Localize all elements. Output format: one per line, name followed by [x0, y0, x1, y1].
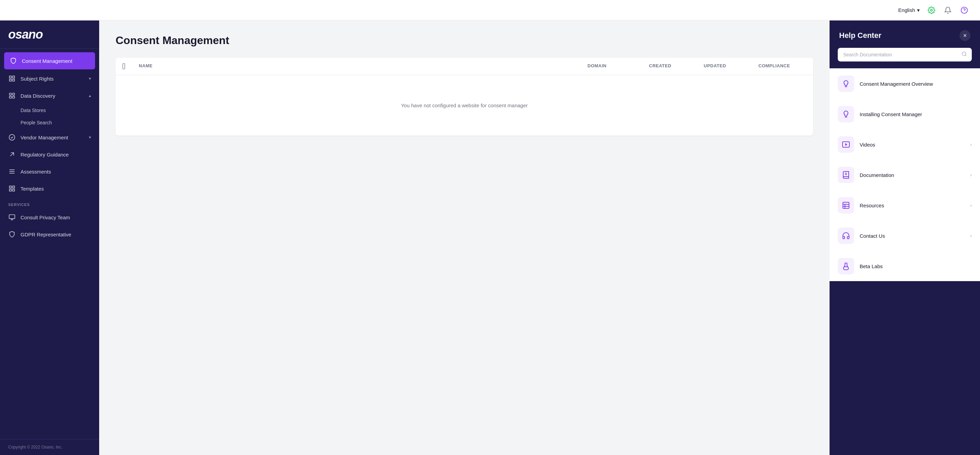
- svg-point-26: [846, 111, 848, 112]
- svg-rect-10: [13, 96, 15, 98]
- subject-rights-icon: [8, 75, 16, 82]
- sidebar-item-label: Data Discovery: [21, 93, 84, 99]
- svg-rect-5: [10, 79, 12, 81]
- regulatory-guidance-icon: [8, 151, 16, 158]
- column-name: Name: [132, 58, 581, 75]
- help-search-container: [838, 48, 972, 62]
- beaker-icon: [838, 258, 854, 274]
- column-created: Created: [642, 58, 697, 75]
- svg-point-23: [962, 52, 966, 55]
- select-all-checkbox[interactable]: [116, 58, 132, 75]
- svg-rect-31: [843, 202, 849, 208]
- vendor-management-icon: [8, 133, 16, 141]
- sidebar-footer: Copyright © 2022 Osano, Inc.: [0, 439, 99, 455]
- main-content: Consent Management Name Domain Created U…: [99, 21, 830, 455]
- sidebar-item-regulatory-guidance[interactable]: Regulatory Guidance: [0, 146, 99, 163]
- help-item-label: Contact Us: [860, 233, 965, 239]
- templates-icon: [8, 185, 16, 192]
- gdpr-rep-icon: [8, 231, 16, 238]
- sidebar-item-gdpr-rep[interactable]: GDPR Representative: [0, 226, 99, 243]
- svg-line-12: [10, 153, 14, 156]
- column-updated: Updated: [697, 58, 752, 75]
- table-empty-message: You have not configured a website for co…: [116, 75, 813, 136]
- svg-rect-20: [9, 215, 15, 219]
- consent-table: Name Domain Created Updated Compliance Y…: [116, 58, 813, 136]
- svg-rect-4: [13, 76, 15, 78]
- help-items-list: Consent Management Overview Installing C…: [830, 68, 980, 455]
- lightbulb-icon: [838, 106, 854, 122]
- help-icon[interactable]: [959, 5, 969, 15]
- help-item-contact-us[interactable]: Contact Us ›: [830, 220, 980, 251]
- assessments-icon: [8, 168, 16, 175]
- sidebar-item-label: Templates: [21, 186, 91, 192]
- chevron-right-icon: ›: [970, 172, 972, 178]
- lightbulb-icon: [838, 76, 854, 92]
- svg-rect-7: [10, 93, 12, 95]
- sidebar-item-consult-privacy[interactable]: Consult Privacy Team: [0, 209, 99, 226]
- svg-point-0: [931, 9, 932, 11]
- help-item-label: Installing Consent Manager: [860, 111, 972, 117]
- help-item-beta-labs[interactable]: Beta Labs: [830, 251, 980, 281]
- svg-rect-8: [13, 93, 15, 95]
- language-selector[interactable]: English ▾: [898, 7, 920, 13]
- resources-icon: [838, 197, 854, 214]
- sidebar-item-consent-management[interactable]: Consent Management: [4, 52, 95, 69]
- sidebar-logo: osano: [0, 21, 99, 49]
- svg-marker-28: [845, 143, 847, 146]
- sidebar-item-vendor-management[interactable]: Vendor Management ▾: [0, 129, 99, 146]
- consent-management-icon: [10, 57, 17, 65]
- sidebar-item-templates[interactable]: Templates: [0, 180, 99, 197]
- sidebar: osano Consent Management Subjec: [0, 21, 99, 455]
- help-item-label: Beta Labs: [860, 263, 972, 269]
- help-search-input[interactable]: [838, 48, 972, 62]
- sidebar-item-label: Assessments: [21, 169, 91, 174]
- sidebar-item-people-search[interactable]: People Search: [21, 116, 99, 129]
- sidebar-item-data-discovery[interactable]: Data Discovery ▴: [0, 87, 99, 104]
- help-item-label: Documentation: [860, 172, 965, 178]
- help-item-label: Videos: [860, 142, 965, 147]
- language-label: English: [898, 7, 915, 13]
- svg-rect-16: [10, 186, 12, 188]
- chevron-up-icon: ▴: [89, 93, 91, 98]
- sidebar-item-assessments[interactable]: Assessments: [0, 163, 99, 180]
- svg-rect-17: [13, 186, 15, 188]
- help-panel: Help Center × Consent Management O: [830, 21, 980, 455]
- sidebar-item-label: Consent Management: [22, 58, 89, 64]
- checkbox[interactable]: [123, 63, 125, 69]
- notifications-icon[interactable]: [943, 5, 953, 15]
- svg-rect-9: [10, 96, 12, 98]
- sidebar-item-label: Consult Privacy Team: [21, 214, 91, 220]
- settings-icon[interactable]: [927, 5, 936, 15]
- help-item-installing-consent[interactable]: Installing Consent Manager: [830, 99, 980, 129]
- chevron-right-icon: ›: [970, 233, 972, 238]
- help-item-label: Resources: [860, 203, 965, 208]
- sidebar-item-data-stores[interactable]: Data Stores: [21, 104, 99, 116]
- chevron-right-icon: ›: [970, 203, 972, 208]
- page-title: Consent Management: [116, 34, 813, 47]
- sidebar-item-label: Subject Rights: [21, 76, 84, 82]
- svg-point-25: [846, 81, 848, 82]
- help-title: Help Center: [839, 31, 881, 40]
- svg-line-24: [965, 55, 966, 56]
- services-section-label: SERVICES: [0, 197, 99, 209]
- help-item-consent-overview[interactable]: Consent Management Overview: [830, 68, 980, 99]
- chevron-right-icon: ›: [970, 142, 972, 147]
- sidebar-item-label: GDPR Representative: [21, 231, 91, 238]
- help-item-label: Consent Management Overview: [860, 81, 972, 87]
- help-item-resources[interactable]: Resources ›: [830, 190, 980, 220]
- sidebar-item-label: Regulatory Guidance: [21, 152, 91, 157]
- search-icon: [961, 51, 967, 58]
- sidebar-item-label: Vendor Management: [21, 135, 84, 140]
- help-item-videos[interactable]: Videos ›: [830, 129, 980, 160]
- column-domain: Domain: [581, 58, 642, 75]
- sidebar-item-subject-rights[interactable]: Subject Rights ▾: [0, 70, 99, 87]
- help-close-button[interactable]: ×: [959, 30, 970, 41]
- data-discovery-icon: [8, 92, 16, 100]
- svg-rect-19: [13, 189, 15, 191]
- table-header: Name Domain Created Updated Compliance: [116, 58, 813, 75]
- help-item-documentation[interactable]: Documentation ›: [830, 160, 980, 190]
- svg-rect-3: [10, 76, 12, 78]
- app-layout: osano Consent Management Subjec: [0, 21, 980, 455]
- svg-rect-6: [13, 79, 15, 81]
- data-discovery-submenu: Data Stores People Search: [0, 104, 99, 129]
